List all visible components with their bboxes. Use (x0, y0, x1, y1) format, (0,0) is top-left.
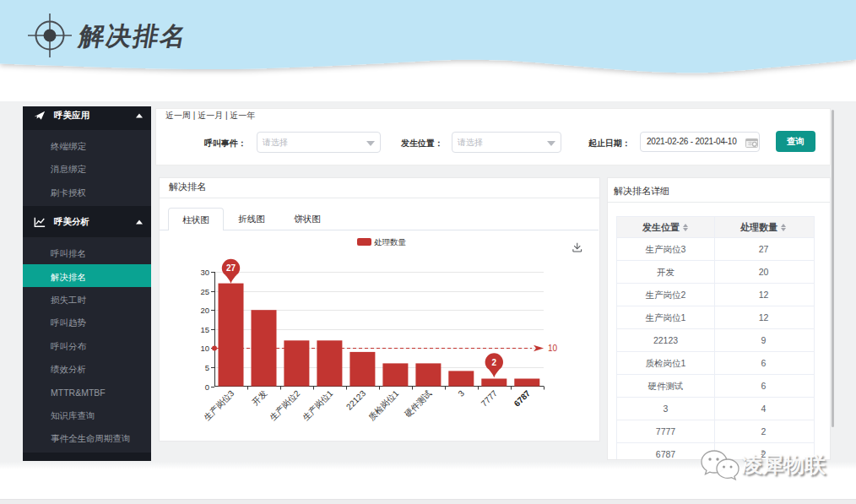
svg-text:开发: 开发 (250, 388, 268, 407)
svg-text:2: 2 (491, 357, 496, 366)
svg-text:27: 27 (225, 263, 236, 273)
svg-text:25: 25 (200, 287, 209, 296)
svg-text:22123: 22123 (344, 387, 367, 411)
svg-text:生产岗位2: 生产岗位2 (268, 387, 301, 421)
svg-text:5: 5 (204, 363, 209, 372)
svg-text:6787: 6787 (512, 387, 532, 408)
svg-text:10: 10 (548, 344, 558, 353)
svg-text:7777: 7777 (479, 387, 499, 408)
svg-text:15: 15 (200, 325, 209, 334)
svg-text:20: 20 (200, 306, 209, 315)
svg-text:0: 0 (204, 382, 209, 392)
svg-text:生产岗位3: 生产岗位3 (202, 387, 236, 421)
svg-text:30: 30 (200, 268, 209, 277)
svg-text:生产岗位1: 生产岗位1 (301, 387, 334, 421)
svg-text:10: 10 (200, 344, 209, 353)
svg-text:硬件测试: 硬件测试 (403, 388, 433, 419)
svg-text:质检岗位1: 质检岗位1 (366, 387, 400, 421)
svg-text:3: 3 (456, 387, 466, 398)
